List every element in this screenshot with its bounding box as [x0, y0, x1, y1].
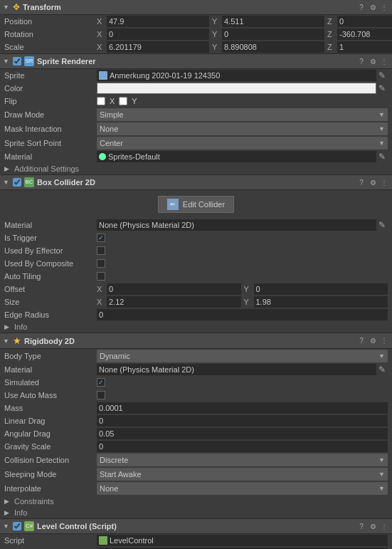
mass-label: Mass	[4, 404, 97, 412]
rb-material-edit-icon[interactable]: ✎	[376, 364, 388, 375]
sprite-renderer-title: Sprite Renderer	[37, 57, 96, 66]
level-control-more-icon[interactable]: ⋮	[379, 521, 389, 531]
interpolate-value: None	[100, 484, 118, 493]
transform-settings-icon[interactable]: ⚙	[368, 2, 378, 12]
collision-detection-arrow-icon: ▼	[378, 456, 385, 464]
sprite-renderer-info-icon[interactable]: ?	[356, 56, 366, 66]
interpolate-dropdown[interactable]: None ▼	[97, 482, 388, 495]
box-collider-info-icon[interactable]: ?	[356, 177, 366, 187]
use-auto-mass-row: Use Auto Mass	[0, 389, 392, 402]
sr-material-row: Material Sprites-Default ✎	[0, 150, 392, 163]
body-type-dropdown[interactable]: Dynamic ▼	[97, 350, 388, 362]
sprite-renderer-panel: ▼ SR Sprite Renderer ? ⚙ ⋮ Sprite Anmerk…	[0, 54, 392, 175]
bc-material-field[interactable]: None (Physics Material 2D)	[97, 219, 376, 231]
mask-interaction-label: Mask Interaction	[4, 125, 97, 133]
rb-material-value: None (Physics Material 2D)	[99, 365, 194, 374]
transform-info-icon[interactable]: ?	[356, 2, 366, 12]
bc-info-row[interactable]: ▶ Info	[0, 321, 392, 333]
rb-material-field[interactable]: None (Physics Material 2D)	[97, 364, 376, 375]
box-collider-settings-icon[interactable]: ⚙	[368, 177, 378, 187]
rigidbody-fold-arrow[interactable]: ▼	[3, 338, 10, 345]
scale-x[interactable]	[107, 41, 209, 53]
linear-drag-label: Linear Drag	[4, 417, 97, 425]
sleeping-mode-label: Sleeping Mode	[4, 470, 97, 479]
sprite-renderer-enabled[interactable]	[13, 57, 21, 66]
edge-radius-field[interactable]	[97, 309, 388, 320]
box-collider-fold-arrow[interactable]: ▼	[3, 179, 10, 186]
bc-material-value: None (Physics Material 2D)	[99, 221, 194, 229]
linear-drag-field[interactable]	[97, 415, 388, 427]
position-row: Position X Y Z	[0, 15, 392, 28]
auto-tiling-checkbox[interactable]	[97, 272, 105, 281]
size-row: Size X Y	[0, 296, 392, 308]
bc-material-row: Material None (Physics Material 2D) ✎	[0, 219, 392, 231]
collision-detection-dropdown[interactable]: Discrete ▼	[97, 454, 388, 466]
size-x[interactable]	[107, 296, 241, 308]
rigidbody-settings-icon[interactable]: ⚙	[368, 336, 378, 346]
transform-fold-arrow[interactable]: ▼	[3, 4, 10, 11]
used-by-composite-checkbox[interactable]	[97, 259, 105, 268]
mask-interaction-row: Mask Interaction None ▼	[0, 122, 392, 136]
rigidbody-more-icon[interactable]: ⋮	[379, 336, 389, 346]
position-z[interactable]	[337, 16, 392, 27]
sleeping-mode-value: Start Awake	[100, 470, 142, 479]
flip-y-checkbox[interactable]	[119, 97, 127, 105]
position-y[interactable]	[222, 16, 324, 27]
body-type-arrow-icon: ▼	[378, 352, 385, 360]
is-trigger-checkbox[interactable]: ✓	[97, 234, 105, 242]
angular-drag-field[interactable]	[97, 428, 388, 439]
rotation-y[interactable]	[222, 28, 324, 40]
offset-x[interactable]	[107, 283, 241, 295]
rb-material-label: Material	[4, 365, 97, 374]
box-collider-more-icon[interactable]: ⋮	[379, 177, 389, 187]
sprite-row: Sprite Anmerkung 2020-01-19 124350 ✎	[0, 69, 392, 82]
level-control-fold-arrow[interactable]: ▼	[3, 523, 10, 530]
use-auto-mass-checkbox[interactable]	[97, 391, 105, 399]
scale-z[interactable]	[337, 41, 392, 53]
sprite-renderer-settings-icon[interactable]: ⚙	[368, 56, 378, 66]
box-collider-icon: BC	[24, 177, 34, 187]
color-label: Color	[4, 84, 97, 93]
level-control-info-icon[interactable]: ?	[356, 521, 366, 531]
mask-interaction-dropdown[interactable]: None ▼	[97, 122, 388, 135]
gravity-scale-field[interactable]	[97, 441, 388, 452]
rotation-x[interactable]	[107, 28, 209, 40]
offset-y[interactable]	[254, 283, 388, 295]
rigidbody-info-icon[interactable]: ?	[356, 336, 366, 346]
color-field[interactable]	[97, 83, 376, 94]
constraints-row[interactable]: ▶ Constraints	[0, 496, 392, 507]
draw-mode-dropdown[interactable]: Simple ▼	[97, 108, 388, 121]
bc-material-edit-icon[interactable]: ✎	[376, 219, 388, 231]
constraints-label: Constraints	[14, 497, 54, 506]
box-collider-enabled[interactable]	[13, 178, 21, 187]
sprite-sort-point-dropdown[interactable]: Center ▼	[97, 137, 388, 150]
level-control-enabled[interactable]	[13, 522, 21, 530]
rotation-z[interactable]	[337, 28, 392, 40]
mass-field[interactable]	[97, 402, 388, 414]
sleeping-mode-dropdown[interactable]: Start Awake ▼	[97, 468, 388, 481]
edit-collider-button[interactable]: ✏ Edit Collider	[158, 196, 234, 213]
color-edit-icon[interactable]: ✎	[376, 83, 388, 94]
transform-more-icon[interactable]: ⋮	[379, 2, 389, 12]
use-auto-mass-label: Use Auto Mass	[4, 391, 97, 399]
sr-material-field[interactable]: Sprites-Default	[97, 151, 376, 162]
additional-settings-row[interactable]: ▶ Additional Settings	[0, 163, 392, 174]
sr-material-edit-icon[interactable]: ✎	[376, 151, 388, 162]
sprite-field[interactable]: Anmerkung 2020-01-19 124350	[97, 70, 376, 81]
edge-radius-label: Edge Radius	[4, 310, 97, 319]
size-y[interactable]	[254, 296, 388, 308]
sprite-renderer-more-icon[interactable]: ⋮	[379, 56, 389, 66]
sprite-renderer-fold-arrow[interactable]: ▼	[3, 58, 10, 65]
scale-y[interactable]	[222, 41, 324, 53]
sprite-edit-icon[interactable]: ✎	[376, 70, 388, 81]
flip-x-checkbox[interactable]	[97, 97, 105, 105]
position-x[interactable]	[107, 16, 209, 27]
level-control-settings-icon[interactable]: ⚙	[368, 521, 378, 531]
script-field[interactable]: LevelControl	[97, 535, 388, 546]
draw-mode-arrow-icon: ▼	[378, 111, 385, 118]
used-by-effector-label: Used By Effector	[4, 246, 97, 255]
simulated-checkbox[interactable]: ✓	[97, 378, 105, 387]
used-by-effector-checkbox[interactable]	[97, 246, 105, 255]
rb-info-row[interactable]: ▶ Info	[0, 507, 392, 518]
position-xyz: X Y Z	[97, 16, 392, 27]
